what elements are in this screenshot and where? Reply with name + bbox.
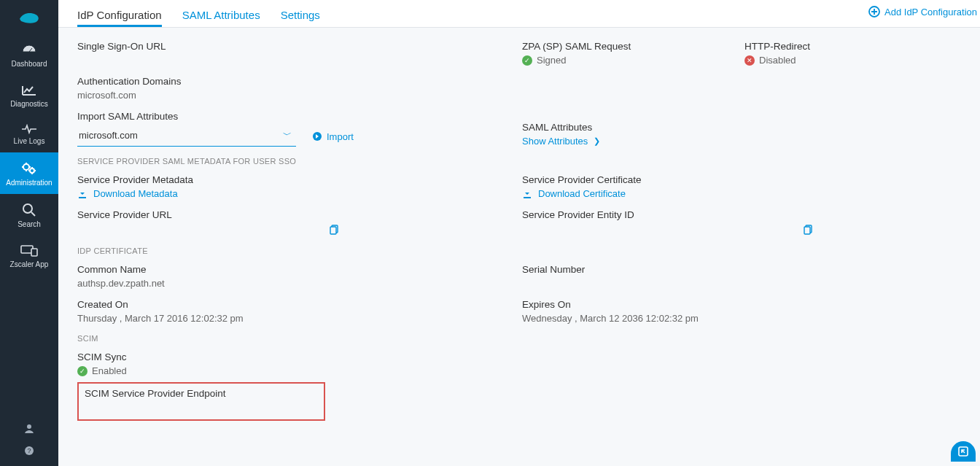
download-cert-link[interactable]: Download Certificate	[538, 188, 626, 199]
sp-entity-label: Service Provider Entity ID	[522, 209, 961, 220]
plus-circle-icon	[868, 6, 880, 18]
svg-text:?: ?	[27, 447, 31, 454]
search-icon	[22, 203, 36, 217]
arrow-upleft-icon	[957, 446, 969, 457]
topbar: IdP Configuration SAML Attributes Settin…	[58, 0, 980, 28]
svg-rect-4	[31, 249, 37, 256]
sp-cert-label: Service Provider Certificate	[522, 174, 961, 185]
auth-domains-value: microsoft.com	[77, 90, 961, 101]
check-circle-icon: ✓	[77, 366, 88, 376]
dropdown-selected: microsoft.com	[79, 130, 138, 141]
main: IdP Configuration SAML Attributes Settin…	[58, 0, 980, 466]
nav-label: Administration	[6, 179, 52, 187]
add-idp-label: Add IdP Configuration	[884, 7, 977, 18]
add-idp-configuration-button[interactable]: Add IdP Configuration	[868, 6, 977, 18]
sp-metadata-section-header: SERVICE PROVIDER SAML METADATA FOR USER …	[77, 157, 961, 166]
chevron-right-icon: ❯	[594, 136, 600, 146]
svg-rect-13	[804, 227, 810, 234]
scim-sync-status: Enabled	[92, 365, 127, 376]
help-icon[interactable]: ?	[24, 440, 34, 462]
zscaler-logo-icon	[17, 9, 42, 26]
gauge-icon	[21, 44, 37, 57]
sso-url-label: Single Sign-On URL	[77, 41, 522, 52]
created-on-value: Thursday , March 17 2016 12:02:32 pm	[77, 313, 522, 324]
chart-line-icon	[21, 84, 37, 97]
idp-cert-section-header: IdP CERTIFICATE	[77, 246, 961, 255]
tab-idp-configuration[interactable]: IdP Configuration	[77, 6, 162, 27]
serial-number-label: Serial Number	[522, 264, 961, 275]
nav-label: Diagnostics	[10, 100, 48, 108]
chevron-down-icon: ﹀	[283, 129, 292, 141]
user-icon[interactable]	[24, 418, 34, 440]
gears-icon	[20, 161, 38, 176]
scim-endpoint-highlight: SCIM Service Provider Endpoint	[77, 382, 325, 421]
scim-section-header: SCIM	[77, 334, 961, 343]
nav-label: Dashboard	[12, 60, 47, 68]
sp-url-label: Service Provider URL	[77, 209, 522, 220]
tab-settings[interactable]: Settings	[281, 6, 320, 27]
saml-request-status: Signed	[537, 55, 566, 66]
svg-point-0	[23, 164, 29, 170]
x-circle-icon: ✕	[744, 55, 755, 66]
copy-icon[interactable]	[804, 225, 814, 235]
content: Single Sign-On URL ZPA (SP) SAML Request…	[58, 28, 980, 466]
saml-attributes-label: SAML Attributes	[522, 122, 961, 133]
nav-dashboard[interactable]: Dashboard	[0, 35, 58, 75]
download-metadata-link[interactable]: Download Metadata	[93, 188, 178, 199]
check-circle-icon: ✓	[522, 55, 532, 66]
svg-point-1	[30, 168, 34, 173]
download-icon	[522, 189, 532, 199]
show-attributes-link[interactable]: Show Attributes	[522, 136, 588, 147]
tab-saml-attributes[interactable]: SAML Attributes	[182, 6, 260, 27]
svg-rect-11	[330, 227, 336, 234]
nav-label: Search	[18, 220, 41, 228]
scim-endpoint-value	[85, 402, 318, 411]
nav-label: Live Logs	[14, 137, 45, 145]
expires-on-label: Expires On	[522, 299, 961, 310]
scim-endpoint-label: SCIM Service Provider Endpoint	[85, 388, 318, 399]
download-icon	[77, 189, 88, 199]
arrow-circle-right-icon	[312, 131, 322, 141]
nav-live-logs[interactable]: Live Logs	[0, 115, 58, 152]
import-saml-label: Import SAML Attributes	[77, 111, 522, 122]
logo	[0, 0, 58, 35]
copy-icon[interactable]	[330, 225, 340, 235]
scim-sync-label: SCIM Sync	[77, 352, 961, 362]
nav-label: Zscaler App	[10, 260, 49, 268]
nav-diagnostics[interactable]: Diagnostics	[0, 75, 58, 115]
saml-request-label: ZPA (SP) SAML Request	[522, 41, 744, 52]
http-redirect-label: HTTP-Redirect	[744, 41, 961, 52]
floating-action-button[interactable]	[951, 441, 976, 462]
created-on-label: Created On	[77, 299, 522, 310]
svg-point-2	[23, 204, 32, 213]
devices-icon	[20, 244, 38, 257]
common-name-label: Common Name	[77, 264, 522, 275]
nav-zscaler-app[interactable]: Zscaler App	[0, 236, 58, 276]
pulse-icon	[21, 124, 37, 134]
nav-administration[interactable]: Administration	[0, 152, 58, 194]
import-button[interactable]: Import	[312, 131, 354, 142]
expires-on-value: Wednesday , March 12 2036 12:02:32 pm	[522, 313, 961, 324]
sp-metadata-label: Service Provider Metadata	[77, 174, 522, 185]
import-saml-dropdown[interactable]: microsoft.com ﹀	[77, 126, 296, 147]
http-redirect-status: Disabled	[759, 55, 796, 66]
import-label: Import	[327, 131, 354, 142]
auth-domains-label: Authentication Domains	[77, 76, 961, 87]
nav-search[interactable]: Search	[0, 194, 58, 236]
svg-point-5	[27, 424, 31, 429]
common-name-value: authsp.dev.zpath.net	[77, 278, 522, 289]
sidebar: Dashboard Diagnostics Live Logs Administ…	[0, 0, 58, 466]
sidebar-footer: ?	[0, 418, 58, 466]
